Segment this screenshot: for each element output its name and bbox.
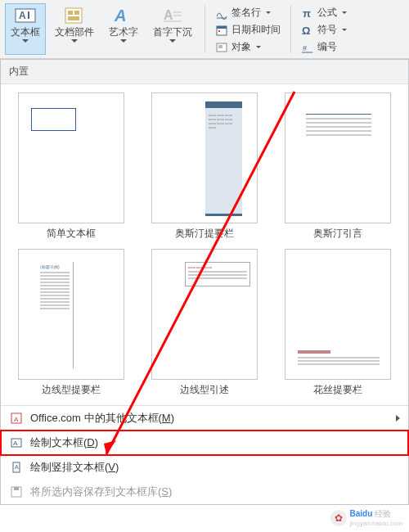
dropdown-caret-icon <box>342 29 347 31</box>
svg-text:Ω: Ω <box>302 25 310 37</box>
dropcap-icon: A <box>161 6 184 25</box>
svg-text:A: A <box>13 440 18 447</box>
divider <box>290 5 291 53</box>
menu-label: 将所选内容保存到文本框库(S) <box>30 485 172 499</box>
dropcap-button[interactable]: A 首字下沉 <box>147 3 198 55</box>
calendar-icon <box>215 24 228 37</box>
docparts-icon <box>63 6 86 25</box>
gallery-item-border-sidebar[interactable]: (标题示例) 边线型提要栏 <box>9 249 134 397</box>
equation-label: 公式 <box>317 6 337 20</box>
svg-rect-3 <box>65 8 82 23</box>
gallery-item-filigree-sidebar[interactable]: 花丝提要栏 <box>275 249 400 397</box>
textbox-icon: A <box>14 6 37 25</box>
svg-text:A: A <box>15 464 19 470</box>
wordart-icon: A <box>112 6 135 25</box>
textbox-label: 文本框 <box>11 27 40 38</box>
textbox-button[interactable]: A 文本框 <box>5 3 46 55</box>
gallery-item-austin-quote[interactable]: 奥斯汀引言 <box>275 92 400 241</box>
save-to-gallery-item[interactable]: 将所选内容保存到文本框库(S) <box>1 480 408 504</box>
symbol-label: 符号 <box>317 23 337 37</box>
svg-text:π: π <box>303 7 311 20</box>
textbox-gallery: 简单文本框 aaaa aaaa aaaa aaaa aaaa aaaa aaaa… <box>1 84 408 405</box>
dropcap-label: 首字下沉 <box>153 27 192 38</box>
draw-textbox-item[interactable]: A 绘制文本框(D) <box>1 431 408 455</box>
gallery-item-simple[interactable]: 简单文本框 <box>9 92 134 241</box>
ribbon-small-group-1: 签名行 日期和时间 对象 <box>212 3 284 55</box>
svg-rect-29 <box>14 487 19 490</box>
dropdown-caret-icon <box>256 46 261 48</box>
submenu-arrow-icon <box>396 415 400 422</box>
menu-label: Office.com 中的其他文本框(M) <box>30 411 174 426</box>
more-from-office-item[interactable]: A Office.com 中的其他文本框(M) <box>1 406 408 431</box>
draw-vertical-textbox-item[interactable]: A 绘制竖排文本框(V) <box>1 455 408 480</box>
object-icon <box>215 41 228 54</box>
textbox-dropdown-panel: 内置 简单文本框 aaaa aaaa aaaa aaaa aaaa aaaa a… <box>0 59 409 505</box>
svg-text:#: # <box>303 44 307 52</box>
dropdown-caret-icon <box>169 39 176 43</box>
watermark: ✿ Baidu 经验 jingyan.baidu.com <box>330 508 402 527</box>
svg-rect-5 <box>74 11 79 15</box>
thumb-label: 花丝提要栏 <box>313 383 362 397</box>
svg-rect-2 <box>28 11 29 19</box>
pi-icon: π <box>301 7 314 20</box>
draw-textbox-icon: A <box>9 435 24 450</box>
svg-rect-17 <box>218 45 222 48</box>
ribbon: A 文本框 文档部件 A 艺术字 A 首字下沉 签名行 日期 <box>0 0 409 59</box>
number-label: 编号 <box>317 40 337 54</box>
thumb-label: 奥斯汀提要栏 <box>175 227 234 241</box>
signature-icon <box>215 7 228 20</box>
svg-text:A: A <box>14 416 19 423</box>
equation-button[interactable]: π 公式 <box>298 5 350 20</box>
thumb-label: 边线型提要栏 <box>42 383 101 397</box>
wordart-button[interactable]: A 艺术字 <box>103 3 144 55</box>
svg-rect-4 <box>68 11 73 15</box>
gallery-item-austin-sidebar[interactable]: aaaa aaaa aaaa aaaa aaaa aaaa aaaa aaaa … <box>142 92 267 241</box>
docparts-label: 文档部件 <box>55 27 94 38</box>
object-button[interactable]: 对象 <box>212 39 284 55</box>
svg-rect-14 <box>217 26 227 29</box>
paw-icon: ✿ <box>330 510 347 526</box>
divider <box>204 5 205 53</box>
svg-rect-6 <box>68 16 79 20</box>
builtin-header: 内置 <box>1 60 408 84</box>
gallery-item-border-quote[interactable]: aaaa aaaa aaaa 边线型引述 <box>142 249 267 397</box>
object-label: 对象 <box>231 40 251 54</box>
dropdown-caret-icon <box>266 11 271 14</box>
dropdown-caret-icon <box>71 39 78 43</box>
datetime-button[interactable]: 日期和时间 <box>212 22 284 38</box>
datetime-label: 日期和时间 <box>231 23 281 37</box>
svg-text:A: A <box>164 8 173 22</box>
ribbon-small-group-2: π 公式 Ω 符号 # 编号 <box>298 3 350 55</box>
svg-rect-15 <box>218 30 220 32</box>
signature-button[interactable]: 签名行 <box>212 5 284 20</box>
docparts-button[interactable]: 文档部件 <box>49 3 100 55</box>
menu-footer: A Office.com 中的其他文本框(M) A 绘制文本框(D) A 绘制竖… <box>1 405 408 504</box>
draw-vertical-textbox-icon: A <box>9 460 24 475</box>
thumb-label: 简单文本框 <box>47 227 96 241</box>
wordart-label: 艺术字 <box>109 27 138 38</box>
svg-text:A: A <box>19 10 26 21</box>
office-icon: A <box>9 411 24 426</box>
number-icon: # <box>301 41 314 54</box>
signature-label: 签名行 <box>231 6 261 20</box>
menu-label: 绘制文本框(D) <box>30 435 98 450</box>
dropdown-caret-icon <box>342 11 347 14</box>
thumb-label: 边线型引述 <box>180 383 229 397</box>
number-button[interactable]: # 编号 <box>298 39 350 55</box>
menu-label: 绘制竖排文本框(V) <box>30 460 119 475</box>
save-icon <box>9 485 24 499</box>
dropdown-caret-icon <box>22 39 29 43</box>
thumb-label: 奥斯汀引言 <box>313 227 362 241</box>
omega-icon: Ω <box>301 24 314 37</box>
dropdown-caret-icon <box>120 39 127 43</box>
symbol-button[interactable]: Ω 符号 <box>298 22 350 38</box>
svg-text:A: A <box>114 7 126 25</box>
